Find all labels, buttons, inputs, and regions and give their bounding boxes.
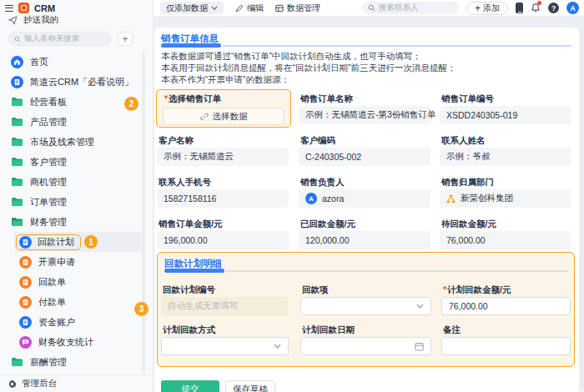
sidebar-item-capital-account[interactable]: 资金账户 [0,312,153,332]
order-no-label: 销售订单编号 [440,93,571,106]
sidebar-add-button[interactable]: + [118,32,133,46]
sidebar-item-payment-plan[interactable]: 回款计划 1 [14,232,141,252]
plan-no-input[interactable]: 自动生成无需填写 [161,297,289,315]
sidebar-item-market-leads[interactable]: 市场及线索管理 [0,132,153,152]
calendar-icon [415,342,424,351]
sidebar-item-finance[interactable]: 财务管理 [0,212,153,232]
remark-input[interactable] [441,337,571,355]
sidebar-item-admin-backend[interactable]: 管理后台 [0,374,153,392]
sidebar-item-order[interactable]: 订单管理 [0,192,153,212]
customer-name-label: 客户名称 [157,135,289,148]
top-bar: 仅添加数据 编辑 数据管理 搜索联系人 + 添加 [154,0,584,17]
app-logo [18,3,29,13]
form-note: 本表不作为“开票申请”的数据源； [161,74,289,86]
select-data-button-label: 选择数据 [213,111,248,123]
plan-item-select[interactable] [300,297,431,315]
sidebar-search-placeholder: 输入名称来搜索 [24,33,80,44]
order-no-value[interactable]: XSDD240305-019 [440,106,571,124]
sidebar-item-customer[interactable]: 客户管理 [0,152,153,172]
sidebar-item-receipt[interactable]: 回款单 [0,272,153,292]
form-note: 本表数据源可通过“销售订单”中回款计划自动生成，也可手动填写； [161,51,421,63]
plan-date-input[interactable] [300,337,431,355]
help-icon[interactable]: ? [548,3,559,13]
table-grid-icon [275,4,284,13]
submit-button[interactable]: 提交 [161,380,219,392]
sidebar-scrollbar[interactable] [142,52,145,372]
order-name-value[interactable]: 示例：无锡简道云-第3份销售订单 [299,106,430,124]
folder-icon [11,117,23,127]
order-name-label: 销售订单名称 [299,93,430,106]
sidebar-item-label: 市场及线索管理 [30,136,94,148]
sidebar: CRM 抄送我的 输入名称来搜索 + 首页 简道云CRM「必看说明」 [0,0,154,392]
folder-icon [11,177,23,187]
plan-method-select[interactable] [161,337,289,355]
sidebar-item-label: 资金账户 [38,316,75,329]
pending-amount-label: 待回款金额/元 [440,219,571,231]
chevron-down-icon [211,6,218,10]
sidebar-item-salary[interactable]: 薪酬管理 [0,352,153,372]
hamburger-menu-icon[interactable] [5,5,13,12]
select-data-button[interactable]: 选择数据 [163,108,284,125]
customer-code-label: 客户编码 [299,135,430,148]
chevron-down-icon [274,344,281,349]
plan-date-label: 计划回款日期 [300,324,431,337]
invoice-icon [19,256,32,269]
plus-icon: + [475,3,481,13]
pending-amount-value[interactable]: 76,000.00 [440,231,571,249]
sidebar-item-invoice-request[interactable]: 开票申请 [0,252,153,272]
sales-dept-value[interactable]: 新荣创科集团 [440,189,571,208]
member-avatar: A [305,193,317,204]
section2-progress-bar [164,269,569,273]
home-icon [11,56,23,68]
sidebar-item-crm-guide[interactable]: 简道云CRM「必看说明」 [0,72,153,92]
customer-name-value[interactable]: 示例：无锡简道云 [157,148,289,166]
received-amount-value[interactable]: 120,000.00 [299,231,430,249]
order-amount-value[interactable]: 196,000.00 [157,231,289,249]
contact-phone-label: 联系人手机号 [157,177,289,189]
sidebar-item-label: 简道云CRM「必看说明」 [30,76,133,88]
plan-method-label: 计划回款方式 [161,324,289,337]
sidebar-item-label: 开票申请 [38,256,75,269]
main-scrollbar[interactable] [580,29,583,388]
annotation-badge-2: 2 [124,97,138,111]
sales-owner-label: 销售负责人 [299,177,430,189]
sidebar-item-payment[interactable]: 付款单 [0,292,153,312]
annotation-badge-3: 3 [134,302,149,316]
edit-button[interactable]: 编辑 [235,3,264,14]
notification-bell-icon[interactable] [531,3,541,13]
sidebar-item-label: 回款单 [38,276,66,289]
chat-stats-icon [19,336,32,349]
form-panel: 销售订单信息 本表数据源可通过“销售订单”中回款计划自动生成，也可手动填写； 本… [154,28,579,392]
plan-amount-input[interactable]: 76,000.00 [441,297,571,315]
sidebar-item-finance-stats[interactable]: 财务收支统计 [0,332,153,352]
customer-code-value[interactable]: C-240305-002 [299,148,430,166]
contact-name-value[interactable]: 示例：爷叔 [440,148,571,166]
sidebar-item-copy-to-me[interactable]: 抄送我的 [8,14,58,26]
form-icon [19,236,32,249]
mode-dropdown-button[interactable]: 仅添加数据 [160,2,224,14]
form-note: 本表用于回款计划消息提醒，将在“回款计划日期”前三天进行一次消息提醒； [161,63,456,74]
sidebar-item-label: 商机管理 [30,176,67,188]
save-draft-button[interactable]: 保存草稿 [225,380,275,392]
contact-phone-value[interactable]: 15827158116 [157,189,289,208]
select-order-label: *选择销售订单 [163,93,284,106]
chevron-down-icon [416,304,424,309]
sidebar-item-home[interactable]: 首页 [0,52,153,72]
remark-label: 备注 [441,324,571,337]
user-avatar[interactable]: A [566,2,579,14]
contact-name-label: 联系人姓名 [440,135,571,148]
annotation-badge-1: 1 [84,235,98,249]
sidebar-search-input[interactable]: 输入名称来搜索 [8,32,112,46]
sidebar-item-product[interactable]: 产品管理 [0,112,153,132]
mobile-preview-icon[interactable] [516,3,523,13]
sidebar-item-opportunity[interactable]: 商机管理 [0,172,153,192]
sales-owner-value[interactable]: A azora [299,189,430,208]
folder-open-icon [11,217,23,227]
add-button[interactable]: + 添加 [466,2,508,15]
sidebar-item-label: 薪酬管理 [30,356,67,369]
data-manage-button[interactable]: 数据管理 [275,3,320,14]
contact-search-input[interactable]: 搜索联系人 [362,2,459,14]
paper-plane-icon [8,16,18,25]
copy-to-me-label: 抄送我的 [23,14,58,26]
plan-no-label: 回款计划编号 [161,284,289,297]
